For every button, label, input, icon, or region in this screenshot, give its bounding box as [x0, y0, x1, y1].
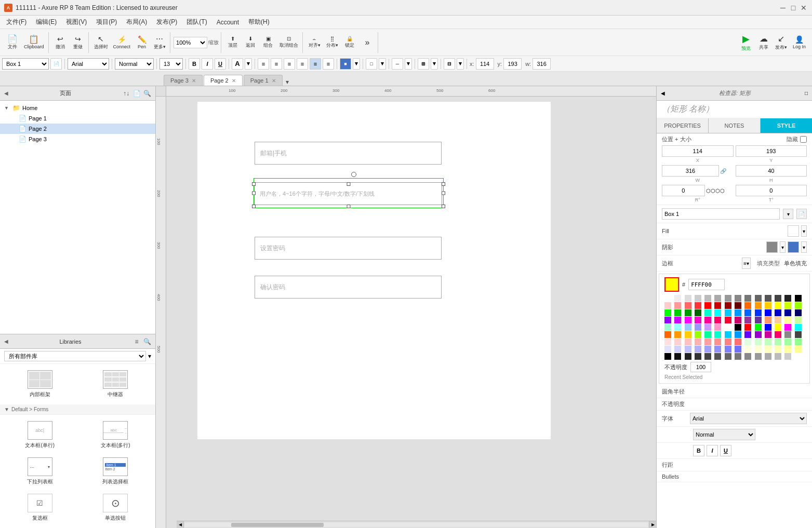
color-cell[interactable] [714, 346, 721, 353]
widget-confirm-password[interactable]: 确认密码 [255, 276, 442, 299]
shadow-dropdown2[interactable]: ▾ [801, 241, 807, 253]
color-cell[interactable] [755, 339, 762, 345]
menu-publish[interactable]: 发布(P) [152, 17, 181, 28]
color-cell[interactable] [784, 317, 791, 323]
color-cell[interactable] [674, 331, 681, 338]
color-cell[interactable] [765, 346, 771, 353]
color-cell[interactable] [795, 346, 802, 353]
shape-name-input[interactable] [662, 208, 780, 220]
scroll-track[interactable] [185, 523, 648, 527]
publish-button[interactable]: ↙ 发布▾ [773, 33, 790, 52]
color-cell[interactable] [714, 317, 721, 323]
tab-page3[interactable]: Page 3 ✕ [164, 75, 203, 86]
color-cell[interactable] [704, 309, 711, 316]
menu-file[interactable]: 文件(F) [2, 17, 31, 28]
tab-style[interactable]: STYLE [761, 118, 812, 133]
border-dropdown[interactable]: ▾ [379, 58, 386, 70]
lib-select[interactable]: 所有部件库 [4, 351, 146, 361]
color-cell[interactable] [714, 339, 721, 345]
padding-button[interactable]: ⊟ [444, 58, 455, 70]
color-cell[interactable] [695, 346, 701, 353]
color-cell[interactable] [664, 309, 671, 316]
h-scrollbar[interactable]: ◀ ▶ [177, 521, 656, 528]
scroll-left-button[interactable]: ◀ [177, 521, 184, 529]
color-cell[interactable] [744, 302, 751, 309]
tab-notes[interactable]: NOTES [709, 118, 761, 133]
color-cell[interactable] [674, 295, 681, 302]
color-cell[interactable] [704, 295, 711, 302]
minimize-button[interactable]: ─ [779, 4, 787, 12]
handle-top-mid[interactable] [347, 182, 351, 186]
zoom-select[interactable]: 100% 75% 50% 150% 200% [174, 37, 207, 48]
menu-help[interactable]: 帮助(H) [244, 17, 274, 28]
handle-mid-right[interactable] [442, 192, 445, 195]
fill-color-dropdown[interactable]: ▾ [353, 58, 360, 70]
border-style-dropdown[interactable]: ≡▾ [742, 258, 751, 269]
color-cell[interactable] [784, 346, 791, 353]
color-cell[interactable] [714, 353, 721, 360]
color-cell[interactable] [744, 331, 751, 338]
align-center-button[interactable]: ≡ [271, 58, 282, 70]
color-cell[interactable] [775, 346, 781, 353]
color-cell[interactable] [795, 309, 802, 316]
color-cell[interactable] [784, 309, 791, 316]
color-cell[interactable] [795, 331, 802, 338]
border-button[interactable]: □ [366, 58, 377, 70]
tree-item-home[interactable]: ▼ 📁 Home [0, 103, 155, 113]
color-cell[interactable] [674, 346, 681, 353]
expand-button[interactable]: » [359, 33, 376, 52]
color-cell[interactable] [735, 309, 741, 316]
color-cell[interactable] [695, 309, 701, 316]
lib-section-collapse-icon[interactable]: ▼ [4, 407, 9, 412]
color-cell[interactable] [685, 346, 691, 353]
hide-checkbox[interactable] [800, 136, 807, 143]
italic-button[interactable]: I [202, 58, 213, 70]
color-cell[interactable] [725, 309, 731, 316]
color-cell[interactable] [755, 309, 762, 316]
redo-button[interactable]: ↪ 重做 [70, 33, 86, 52]
tree-item-page3[interactable]: 📄 Page 3 [0, 134, 155, 144]
color-cell[interactable] [755, 302, 762, 309]
color-cell[interactable] [704, 302, 711, 309]
color-cell[interactable] [664, 339, 671, 345]
lib-item-iframe[interactable]: 内部框架 [4, 368, 76, 400]
color-cell[interactable] [674, 339, 681, 345]
undo-button[interactable]: ↩ 撤消 [52, 33, 69, 52]
font-family-select[interactable]: Arial [68, 58, 109, 70]
r-coord-input[interactable] [662, 185, 705, 196]
color-cell[interactable] [765, 309, 771, 316]
login-button[interactable]: 👤 Log In [791, 33, 808, 52]
color-cell[interactable] [784, 295, 791, 302]
color-cell[interactable] [664, 331, 671, 338]
grid-dropdown[interactable]: ▾ [431, 58, 438, 70]
more-button[interactable]: ⋯ 更多▾ [151, 33, 168, 52]
color-cell[interactable] [664, 302, 671, 309]
color-cell[interactable] [674, 353, 681, 360]
color-cell[interactable] [735, 317, 741, 323]
text-color-dropdown[interactable]: ▾ [245, 58, 252, 70]
color-cell[interactable] [775, 317, 781, 323]
h-coord-input[interactable] [736, 165, 807, 177]
color-cell[interactable] [664, 317, 671, 323]
color-cell[interactable] [695, 302, 701, 309]
color-cell[interactable] [664, 353, 671, 360]
new-button[interactable]: 📄 文件 [4, 33, 21, 52]
tab-properties[interactable]: PROPERTIES [657, 118, 709, 133]
color-cell[interactable] [755, 295, 762, 302]
color-cell[interactable] [755, 346, 762, 353]
color-cell[interactable] [755, 317, 762, 323]
valign-mid-button[interactable]: ≡ [323, 58, 334, 70]
inspector-underline-btn[interactable]: U [720, 445, 731, 456]
opacity-input[interactable] [690, 362, 711, 372]
valign-top-button[interactable]: ≡ [310, 58, 321, 70]
y-input[interactable] [503, 58, 522, 70]
lib-form-radio[interactable]: ⊙ 单选按钮 [80, 492, 152, 524]
color-cell[interactable] [725, 302, 731, 309]
tree-item-page1[interactable]: 📄 Page 1 [0, 113, 155, 124]
color-cell[interactable] [744, 317, 751, 323]
lib-form-listbox[interactable]: Item 1 Item 2 列表选择框 [80, 455, 152, 488]
handle-top-left[interactable] [252, 182, 256, 186]
lib-item-repeater[interactable]: 中继器 [80, 368, 152, 400]
scroll-right-button[interactable]: ▶ [649, 521, 656, 529]
inspector-italic-btn[interactable]: I [707, 445, 718, 456]
